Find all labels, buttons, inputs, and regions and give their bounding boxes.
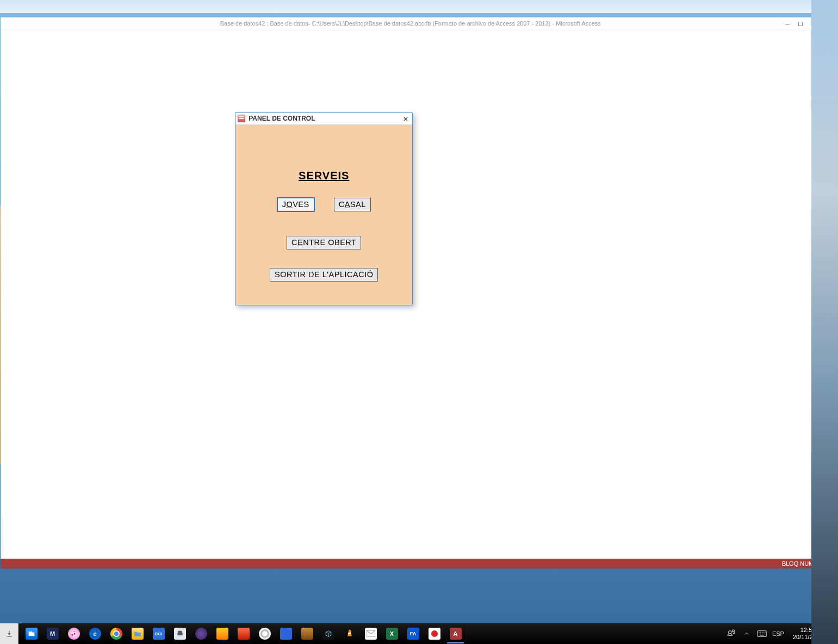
taskbar-app-1[interactable] — [21, 623, 42, 644]
access-window-title: Base de datos42 : Base de datos- C:\User… — [220, 17, 601, 30]
tray-language[interactable]: ESP — [772, 629, 784, 639]
dialog-close-button[interactable] — [401, 114, 411, 124]
status-bloq-num: BLOQ NUM — [782, 560, 814, 567]
tray-date: 20/11/2018 — [793, 634, 823, 641]
taskbar-app-blue[interactable] — [275, 623, 296, 644]
panel-de-control-dialog: PANEL DE CONTROL SERVEIS JOVES CASAL — [235, 112, 413, 305]
taskbar[interactable]: M e CCl X FA A — [0, 623, 838, 644]
taskbar-app-cube[interactable] — [318, 623, 339, 644]
minimize-button[interactable] — [781, 17, 794, 30]
desktop-background: Base de datos42 : Base de datos- C:\User… — [0, 0, 838, 644]
svg-rect-0 — [785, 24, 790, 24]
taskbar-app-printer[interactable] — [169, 623, 190, 644]
taskbar-app-fa[interactable]: FA — [402, 623, 424, 644]
taskbar-left-stub[interactable] — [0, 623, 18, 644]
tray-chevron-up-icon[interactable] — [742, 629, 752, 639]
sortir-button[interactable]: SORTIR DE L'APLICACIÓ — [270, 268, 378, 282]
serveis-heading: SERVEIS — [235, 170, 412, 182]
svg-rect-3 — [758, 631, 767, 637]
tray-keyboard-icon[interactable] — [757, 629, 767, 639]
taskbar-app-explorer[interactable] — [127, 623, 148, 644]
taskbar-app-ccleaner[interactable]: CCl — [148, 623, 169, 644]
casal-button[interactable]: CASAL — [334, 198, 371, 211]
svg-rect-1 — [799, 22, 803, 26]
system-tray: ESP 12:56 20/11/2018 — [723, 623, 838, 644]
taskbar-app-redcircle[interactable] — [424, 623, 445, 644]
centre-obert-button[interactable]: CENTRE OBERT — [287, 236, 361, 249]
access-app-window: Base de datos42 : Base de datos- C:\User… — [1, 17, 820, 568]
tray-people-icon[interactable] — [727, 629, 736, 639]
dialog-body: SERVEIS JOVES CASAL CENTRE OBERT — [235, 125, 412, 305]
access-titlebar[interactable]: Base de datos42 : Base de datos- C:\User… — [1, 17, 820, 30]
maximize-button[interactable] — [794, 17, 807, 30]
taskbar-app-chrome[interactable] — [105, 623, 127, 644]
taskbar-app-brown[interactable] — [296, 623, 318, 644]
tray-time: 12:56 — [793, 627, 823, 634]
access-client-area: PANEL DE CONTROL SERVEIS JOVES CASAL — [1, 30, 820, 559]
dialog-title-text: PANEL DE CONTROL — [249, 115, 315, 122]
taskbar-app-orange[interactable] — [212, 623, 233, 644]
tray-clock[interactable]: 12:56 20/11/2018 — [790, 627, 826, 641]
taskbar-app-malwarebytes[interactable]: M — [42, 623, 63, 644]
taskbar-app-icons: M e CCl X FA A — [18, 623, 466, 644]
taskbar-app-mail[interactable] — [360, 623, 381, 644]
taskbar-app-excel[interactable]: X — [381, 623, 402, 644]
form-icon — [238, 115, 245, 122]
taskbar-app-itunes[interactable] — [63, 623, 84, 644]
close-button[interactable] — [807, 17, 820, 30]
joves-button[interactable]: JOVES — [277, 198, 314, 211]
access-status-bar: BLOQ NUM — [1, 559, 820, 568]
taskbar-app-edge[interactable]: e — [84, 623, 105, 644]
window-controls — [781, 17, 820, 30]
taskbar-app-bittorrent[interactable] — [190, 623, 212, 644]
dialog-titlebar[interactable]: PANEL DE CONTROL — [235, 113, 412, 125]
taskbar-app-red[interactable] — [233, 623, 254, 644]
taskbar-app-access[interactable]: A — [445, 623, 466, 644]
taskbar-app-disc[interactable] — [254, 623, 275, 644]
taskbar-app-vlc[interactable] — [339, 623, 360, 644]
